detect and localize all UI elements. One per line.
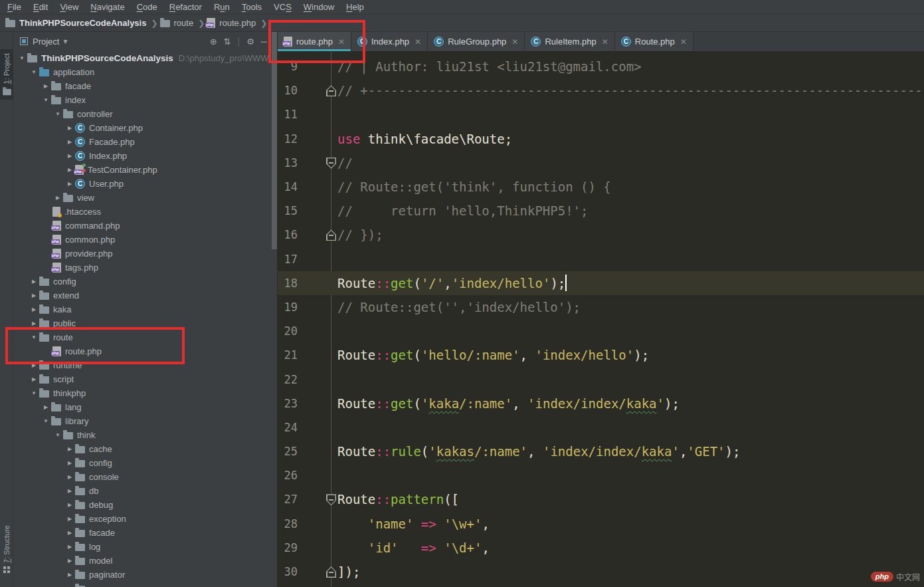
code-line-29[interactable]: 29 'id' => '\d+', xyxy=(278,536,924,560)
menu-item-tools[interactable]: Tools xyxy=(236,0,268,14)
tree-item-htaccess[interactable]: .htaccess xyxy=(13,205,271,219)
locate-icon[interactable]: ⊕ xyxy=(210,37,217,46)
tree-item-runtime[interactable]: ▶runtime xyxy=(13,358,271,372)
tab-close-icon[interactable]: ✕ xyxy=(680,37,687,47)
tree-arrow-collapsed-icon[interactable]: ▶ xyxy=(29,279,39,285)
collapse-all-icon[interactable]: ⇅ xyxy=(224,37,231,46)
tree-item-container-php[interactable]: ▶CContainer.php xyxy=(13,121,271,135)
code-line-12[interactable]: 12use think\facade\Route; xyxy=(278,127,924,151)
tree-item-route-php[interactable]: route.php xyxy=(13,344,271,358)
project-panel-title[interactable]: Project xyxy=(33,37,59,47)
tree-item-route[interactable]: ▼route xyxy=(13,330,271,344)
tab-index-php[interactable]: CIndex.php✕ xyxy=(351,32,428,51)
menu-item-navigate[interactable]: Navigate xyxy=(84,0,130,14)
tree-item-debug[interactable]: ▶debug xyxy=(13,498,271,512)
code-line-27[interactable]: 27Route::pattern([ xyxy=(278,487,924,511)
code-line-28[interactable]: 28 'name' => '\w+', xyxy=(278,512,924,536)
menu-item-help[interactable]: Help xyxy=(340,0,370,14)
tool-button-structure[interactable]: 7: Structure xyxy=(0,521,13,578)
tree-item-config[interactable]: ▶config xyxy=(13,275,271,289)
tree-item-paginator[interactable]: ▶paginator xyxy=(13,568,271,582)
code-line-16[interactable]: 16// }); xyxy=(278,223,924,247)
tab-close-icon[interactable]: ✕ xyxy=(338,37,345,47)
code-line-26[interactable]: 26 xyxy=(278,463,924,487)
code-line-17[interactable]: 17 xyxy=(278,247,924,271)
fold-start-marker-icon[interactable] xyxy=(326,494,336,505)
tree-item-log[interactable]: ▶log xyxy=(13,540,271,554)
menu-item-run[interactable]: Run xyxy=(208,0,236,14)
tree-arrow-collapsed-icon[interactable]: ▶ xyxy=(64,516,75,522)
tree-item-command-php[interactable]: command.php xyxy=(13,219,271,233)
tree-arrow-collapsed-icon[interactable]: ▶ xyxy=(64,544,75,550)
tree-arrow-expanded-icon[interactable]: ▼ xyxy=(41,97,51,103)
tree-item-common-php[interactable]: common.php xyxy=(13,233,271,247)
tree-arrow-collapsed-icon[interactable]: ▶ xyxy=(29,376,39,382)
tree-arrow-collapsed-icon[interactable]: ▶ xyxy=(64,572,75,578)
menu-item-window[interactable]: Window xyxy=(298,0,340,14)
tree-item-cache[interactable]: ▶cache xyxy=(13,442,271,456)
code-line-22[interactable]: 22 xyxy=(278,367,924,391)
code-line-24[interactable]: 24 xyxy=(278,415,924,439)
code-line-21[interactable]: 21Route::get('hello/:name', 'index/hello… xyxy=(278,343,924,367)
code-editor[interactable]: 9// | Author: liu21st <liu21st@gmail.com… xyxy=(278,52,924,587)
tree-arrow-collapsed-icon[interactable]: ▶ xyxy=(64,558,75,564)
code-line-10[interactable]: 10// +----------------------------------… xyxy=(278,78,924,102)
tree-item-script[interactable]: ▶script xyxy=(13,372,271,386)
tree-arrow-collapsed-icon[interactable]: ▶ xyxy=(64,530,75,536)
breadcrumb-item-thinkphpsourcecodeanalysis[interactable]: ThinkPHPSourceCodeAnalysis xyxy=(5,18,146,28)
tree-arrow-expanded-icon[interactable]: ▼ xyxy=(29,69,39,75)
tree-item-thinkphp[interactable]: ▼thinkphp xyxy=(13,386,271,400)
tree-arrow-expanded-icon[interactable]: ▼ xyxy=(29,390,39,396)
menu-item-view[interactable]: View xyxy=(54,0,84,14)
tab-close-icon[interactable]: ✕ xyxy=(511,37,518,47)
tree-item-kaka[interactable]: ▶kaka xyxy=(13,302,271,316)
tab-route-php[interactable]: CRoute.php✕ xyxy=(615,32,693,51)
tree-item-tags-php[interactable]: tags.php xyxy=(13,261,271,275)
tree-arrow-collapsed-icon[interactable]: ▶ xyxy=(52,195,63,201)
fold-start-marker-icon[interactable] xyxy=(326,158,336,169)
code-line-11[interactable]: 11 xyxy=(278,102,924,126)
tree-item-view[interactable]: ▶view xyxy=(13,191,271,205)
code-line-9[interactable]: 9// | Author: liu21st <liu21st@gmail.com… xyxy=(278,55,924,78)
fold-end-marker-icon[interactable] xyxy=(326,85,336,96)
tree-item-provider-php[interactable]: provider.php xyxy=(13,247,271,261)
tree-item-extend[interactable]: ▶extend xyxy=(13,289,271,302)
tree-arrow-collapsed-icon[interactable]: ▶ xyxy=(64,446,75,452)
tree-arrow-expanded-icon[interactable]: ▼ xyxy=(52,111,63,117)
code-line-14[interactable]: 14// Route::get('think', function () { xyxy=(278,175,924,199)
fold-end-marker-icon[interactable] xyxy=(326,566,336,578)
tree-item-item[interactable]: ▶ xyxy=(13,582,271,587)
tree-item-db[interactable]: ▶db xyxy=(13,484,271,498)
tab-ruleitem-php[interactable]: CRuleItem.php✕ xyxy=(525,32,614,51)
menu-item-file[interactable]: File xyxy=(1,0,27,14)
tree-item-model[interactable]: ▶model xyxy=(13,554,271,568)
menu-item-refactor[interactable]: Refactor xyxy=(163,0,208,14)
tree-arrow-collapsed-icon[interactable]: ▶ xyxy=(29,320,39,326)
tab-rulegroup-php[interactable]: CRuleGroup.php✕ xyxy=(428,32,525,51)
tree-item-user-php[interactable]: ▶CUser.php xyxy=(13,177,271,191)
fold-end-marker-icon[interactable] xyxy=(326,229,336,241)
tree-arrow-collapsed-icon[interactable]: ▶ xyxy=(64,474,75,480)
tree-arrow-expanded-icon[interactable]: ▼ xyxy=(41,418,51,424)
tree-item-lang[interactable]: ▶lang xyxy=(13,400,271,414)
hide-panel-icon[interactable]: ─ xyxy=(261,37,267,46)
tree-arrow-collapsed-icon[interactable]: ▶ xyxy=(41,83,51,89)
tree-arrow-collapsed-icon[interactable]: ▶ xyxy=(41,404,51,410)
tree-arrow-collapsed-icon[interactable]: ▶ xyxy=(64,125,75,131)
breadcrumb-item-route-php[interactable]: route.php xyxy=(207,18,256,28)
code-line-18[interactable]: 18Route::get('/','index/hello'); xyxy=(278,271,924,295)
menu-item-vcs[interactable]: VCS xyxy=(268,0,298,14)
tree-item-application[interactable]: ▼application xyxy=(13,65,271,79)
tree-arrow-collapsed-icon[interactable]: ▶ xyxy=(64,488,75,494)
tree-item-testcontainer-php[interactable]: ▶TestContainer.php xyxy=(13,163,271,177)
tab-close-icon[interactable]: ✕ xyxy=(415,37,421,47)
tree-item-index-php[interactable]: ▶CIndex.php xyxy=(13,149,271,163)
tree-arrow-collapsed-icon[interactable]: ▶ xyxy=(64,153,75,159)
menu-item-edit[interactable]: Edit xyxy=(27,0,54,14)
tree-arrow-collapsed-icon[interactable]: ▶ xyxy=(29,306,39,312)
code-line-25[interactable]: 25Route::rule('kakas/:name', 'index/inde… xyxy=(278,439,924,463)
tree-item-exception[interactable]: ▶exception xyxy=(13,512,271,526)
tree-item-console[interactable]: ▶console xyxy=(13,470,271,484)
tab-close-icon[interactable]: ✕ xyxy=(602,37,608,47)
tree-arrow-collapsed-icon[interactable]: ▶ xyxy=(64,460,75,466)
